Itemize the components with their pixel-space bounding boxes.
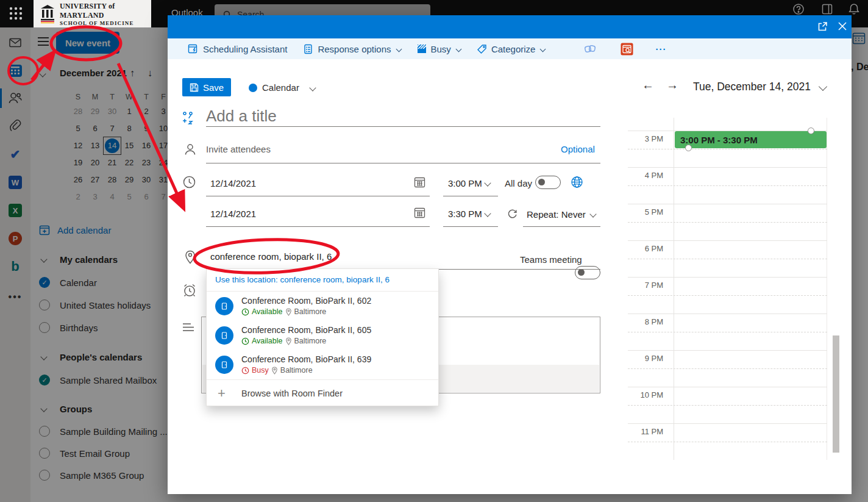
chevron-down-icon [396,46,402,52]
response-options-button[interactable]: Response options [303,44,400,54]
time-clock-icon [182,175,196,189]
room-door-icon [215,326,233,345]
city-pin-icon [285,308,292,316]
chevron-down-icon [540,46,546,52]
day-view-date-header[interactable]: Tue, December 14, 2021 [693,81,811,93]
hour-label: 11 PM [628,427,663,436]
availability-clock-icon [241,308,249,316]
city-pin-icon [285,337,292,345]
umd-som-logo: UNIVERSITY of MARYLAND SCHOOL OF MEDICIN… [34,0,151,27]
date-picker-icon[interactable] [414,176,425,188]
new-event-dialog: Scheduling Assistant Response options [168,15,852,494]
close-icon[interactable] [837,21,848,32]
help-icon[interactable] [792,3,805,15]
city-pin-icon [271,367,278,375]
end-time-underline [443,226,498,227]
calendar-event-block[interactable]: 3:00 PM - 3:30 PM [675,131,827,148]
chevron-down-icon [455,46,461,52]
hour-label: 7 PM [628,281,663,290]
all-day-label: All day [505,178,532,188]
settings-panel-icon[interactable] [822,4,833,15]
toolbar-more-icon[interactable]: ··· [655,44,666,54]
notifications-bell-icon[interactable] [847,2,861,16]
popout-icon[interactable] [817,21,828,32]
prev-day-arrow[interactable]: ← [642,78,654,92]
scheduling-assistant-icon [188,43,199,54]
dialog-toolbar: Scheduling Assistant Response options [168,38,852,59]
busy-status-button[interactable]: Busy [417,44,461,54]
room-suggestion[interactable]: Conference Room, BioPark II, 602 Availab… [207,292,438,321]
day-view-scrollbar[interactable] [833,335,839,453]
end-date-underline [206,226,430,227]
calendar-color-dot [249,84,257,92]
hour-label: 5 PM [628,207,663,217]
loop-addin-icon[interactable] [584,43,596,55]
categorize-tag-icon [477,44,487,54]
attendees-person-icon [183,143,197,156]
location-suggestions-dropdown: Use this location: conference room, biop… [206,268,439,406]
chevron-down-icon[interactable] [484,179,491,186]
umd-building-icon [40,4,55,24]
room-door-icon [215,356,233,374]
repeat-icon[interactable] [507,207,518,219]
location-pin-icon [184,250,196,265]
start-date-input[interactable]: 12/14/2021 [210,178,256,188]
hour-label: 4 PM [628,171,663,180]
brand-line-2: SCHOOL OF MEDICINE [60,20,151,26]
title-suggestions-icon [181,110,196,125]
optional-attendees-link[interactable]: Optional [561,144,595,154]
save-icon [190,83,199,92]
title-underline [206,126,600,127]
brand-line-1: UNIVERSITY of MARYLAND [60,2,151,20]
scheduling-assistant-button[interactable]: Scheduling Assistant [188,43,287,54]
browse-room-finder-option[interactable]: + Browse with Room Finder [207,379,438,408]
repeat-select[interactable]: Repeat: Never [527,209,586,220]
findtime-addin-icon[interactable] [621,43,633,56]
event-resize-handle-bottom[interactable] [685,145,692,151]
room-door-icon [215,297,233,315]
categorize-button[interactable]: Categorize [477,44,546,54]
end-time-input[interactable]: 3:30 PM [448,209,482,219]
chevron-down-icon [309,84,316,91]
chevron-down-icon[interactable] [484,210,491,217]
next-day-arrow[interactable]: → [666,78,678,92]
dialog-titlebar[interactable] [168,15,852,38]
save-button[interactable]: Save [182,78,231,96]
use-this-location-option[interactable]: Use this location: conference room, biop… [207,269,438,292]
availability-clock-icon [241,337,249,345]
chevron-down-icon[interactable] [589,210,596,217]
teams-meeting-toggle[interactable] [575,266,600,279]
repeat-underline [523,226,600,227]
event-resize-handle-top[interactable] [808,127,814,134]
location-input[interactable]: conference room, biopark II, 6 [210,251,332,262]
end-date-input[interactable]: 12/14/2021 [210,209,256,219]
availability-clock-icon [241,367,249,375]
app-launcher-icon[interactable] [9,6,23,21]
reminder-alarm-icon [182,282,197,298]
start-time-underline [443,196,498,196]
hour-label: 10 PM [628,390,663,400]
hour-label: 3 PM [628,134,663,143]
response-options-icon [303,44,313,54]
all-day-toggle[interactable] [535,176,561,189]
timezone-globe-icon[interactable] [571,176,583,188]
hour-label: 6 PM [628,244,663,253]
attendees-underline [206,163,600,163]
hour-label: 9 PM [628,354,663,363]
outlook-calendar-screen: UNIVERSITY of MARYLAND SCHOOL OF MEDICIN… [0,0,868,502]
event-title-input[interactable]: Add a title [206,107,277,126]
chevron-down-icon[interactable] [819,82,827,91]
room-suggestion[interactable]: Conference Room, BioPark II, 605 Availab… [207,321,438,350]
invite-attendees-input[interactable]: Invite attendees [206,144,271,154]
calendar-selector[interactable]: Calendar [249,82,315,93]
start-time-input[interactable]: 3:00 PM [448,178,482,188]
plus-icon: + [218,385,226,401]
busy-status-icon [417,44,427,54]
room-suggestion[interactable]: Conference Room, BioPark II, 639 Busy Ba… [207,350,438,379]
teams-meeting-label: Teams meeting [520,254,582,265]
description-icon [182,322,195,333]
date-picker-icon[interactable] [414,207,425,218]
hour-label: 8 PM [628,317,663,326]
start-date-underline [206,196,430,196]
